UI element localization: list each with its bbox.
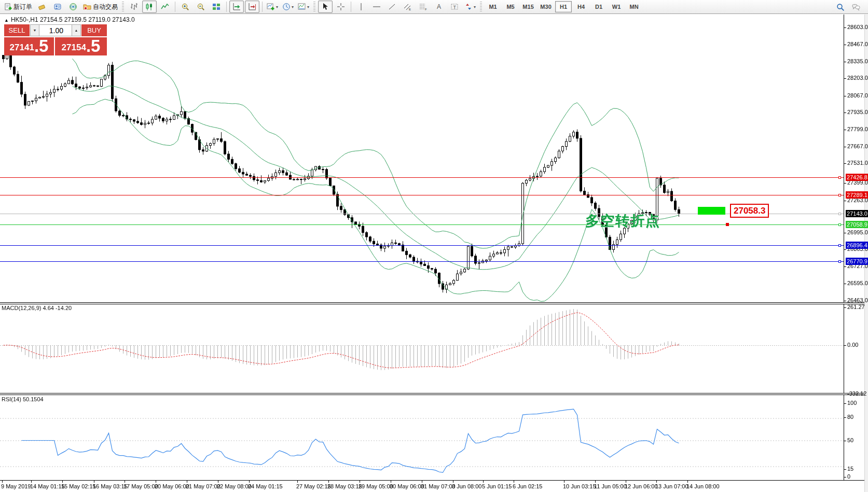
equidistant-channel-button[interactable]: E [401, 1, 415, 13]
chat-icon[interactable] [849, 1, 863, 13]
timeframe-m1-button[interactable]: M1 [485, 1, 501, 12]
zoom-out-button[interactable] [194, 1, 208, 13]
vertical-scrollbar[interactable] [864, 15, 868, 492]
chinese-annotation-text[interactable]: 多空转折点 [585, 212, 660, 230]
bar-chart-button[interactable] [127, 1, 141, 13]
fibonacci-icon: F [419, 3, 428, 11]
sell-price[interactable]: 27141 .5 [4, 37, 54, 55]
svg-text:E: E [409, 8, 411, 11]
text-button[interactable]: A [432, 1, 446, 13]
price-axis-tick: 26595.0 [847, 280, 868, 286]
time-axis-label: 3 Jun 08:00 [452, 483, 482, 489]
rsi-label: RSI(14) 50.1504 [2, 396, 44, 402]
profiles-button[interactable] [50, 1, 65, 13]
fibonacci-button[interactable]: F [416, 1, 431, 13]
templates-icon [298, 3, 306, 11]
level-line-anchor [838, 213, 841, 215]
arrows-icon [464, 3, 473, 11]
pane-divider-macd[interactable] [0, 302, 868, 304]
new-order-button[interactable]: 新订单 [2, 1, 34, 13]
auto-scroll-button[interactable] [229, 1, 244, 13]
time-axis-label: 28 May 03:15 [327, 483, 362, 489]
autotrading-button[interactable]: 自动交易 [81, 1, 119, 13]
trendline-button[interactable] [385, 1, 399, 13]
volume-increase-button[interactable]: ▲ [72, 24, 81, 36]
rsi-axis-tick: 50 [847, 437, 853, 443]
level-line-anchor [838, 223, 841, 226]
price-level-label: 26770.9 [846, 258, 868, 265]
time-axis-label: 5 Jun 01:15 [482, 483, 512, 489]
arrows-button[interactable]: ▾ [463, 1, 477, 13]
rsi-axis-tick: 0 [847, 473, 850, 480]
one-click-trading-panel: SELL ▼ ▲ BUY 27141 .5 27154 .5 [4, 24, 107, 55]
horizontal-level-line-26770.9[interactable] [0, 261, 844, 262]
timeframe-h4-button[interactable]: H4 [573, 1, 589, 12]
chart-shift-button[interactable] [245, 1, 259, 13]
timeframe-mn-button[interactable]: MN [626, 1, 642, 12]
candlestick-button[interactable] [142, 1, 157, 13]
pane-divider-rsi[interactable] [0, 393, 868, 395]
toolbar-grip [122, 2, 124, 12]
chart-canvas[interactable] [0, 0, 868, 492]
highlight-rectangle-object[interactable] [698, 207, 725, 215]
search-icon[interactable] [833, 1, 848, 13]
time-axis-label: 27 May 02:15 [296, 483, 331, 489]
indicators-button[interactable]: ▾ [265, 1, 280, 13]
cursor-button[interactable] [318, 1, 333, 13]
buy-button[interactable]: BUY [81, 24, 107, 36]
price-callout-box[interactable]: 27058.3 [730, 204, 769, 218]
time-axis-label: 13 Jun 07:00 [655, 483, 688, 489]
horizontal-level-line-26896.4[interactable] [0, 245, 844, 246]
price-callout-anchor [726, 223, 729, 226]
time-axis-border [0, 480, 868, 481]
rsi-axis-tick: 15 [847, 466, 853, 472]
timeframe-d1-button[interactable]: D1 [590, 1, 607, 12]
toolbar-grip [480, 2, 482, 12]
autotrading-icon [83, 3, 91, 11]
timeframe-m5-button[interactable]: M5 [502, 1, 519, 12]
sell-button[interactable]: SELL [4, 24, 30, 36]
candlestick-icon [145, 3, 154, 11]
time-axis-label: 10 Jun 03:15 [563, 483, 596, 489]
timeframe-m15-button[interactable]: M15 [520, 1, 536, 12]
crosshair-button[interactable] [334, 1, 348, 13]
mt4-chart-window: 新订单自动交易▾▾▾EFAT▾ M1M5M15M30H1H4D1W1MN ▲HK… [0, 0, 868, 492]
time-axis-label: 21 May 07:00 [186, 483, 221, 489]
volume-decrease-button[interactable]: ▼ [30, 24, 39, 36]
level-line-anchor [838, 260, 841, 263]
time-axis-label: 15 May 02:15 [61, 483, 96, 489]
zoom-in-button[interactable] [178, 1, 192, 13]
volume-input[interactable] [39, 24, 72, 36]
eraser-button[interactable] [35, 1, 49, 13]
horizontal-level-line-27058.9[interactable] [0, 224, 844, 225]
timeframe-h1-button[interactable]: H1 [555, 1, 572, 12]
time-axis-label: 14 May 01:15 [30, 483, 65, 489]
text-label-button[interactable]: T [447, 1, 462, 13]
time-axis-label: 6 Jun 02:15 [513, 483, 543, 489]
cursor-icon [321, 3, 329, 11]
svg-text:A: A [437, 3, 441, 10]
line-chart-button[interactable] [158, 1, 172, 13]
price-level-label: 27058.9 [846, 221, 868, 228]
tile-windows-button[interactable] [209, 1, 224, 13]
text-icon: A [435, 3, 443, 11]
periods-button[interactable]: ▾ [281, 1, 295, 13]
signals-button[interactable] [66, 1, 80, 13]
price-axis-tick: 26995.0 [847, 229, 868, 235]
horizontal-level-line-27426.8[interactable] [0, 177, 844, 178]
toolbar-separator [226, 2, 227, 12]
chevron-down-icon: ▾ [307, 5, 309, 9]
price-axis-tick: 28067.0 [847, 92, 868, 99]
timeframe-m30-button[interactable]: M30 [538, 1, 554, 12]
timeframe-w1-button[interactable]: W1 [608, 1, 625, 12]
chevron-down-icon: ▾ [276, 5, 278, 9]
rsi-axis-tick: 100 [847, 400, 857, 406]
indicators-icon [267, 3, 275, 11]
toolbar: 新订单自动交易▾▾▾EFAT▾ M1M5M15M30H1H4D1W1MN [0, 0, 868, 14]
vertical-line-button[interactable] [354, 1, 368, 13]
horizontal-level-line-27289.1[interactable] [0, 195, 844, 195]
sell-price-prefix: 27141 [10, 41, 34, 54]
templates-button[interactable]: ▾ [296, 1, 311, 13]
buy-price[interactable]: 27154 .5 [55, 37, 107, 55]
horizontal-line-button[interactable] [369, 1, 384, 13]
